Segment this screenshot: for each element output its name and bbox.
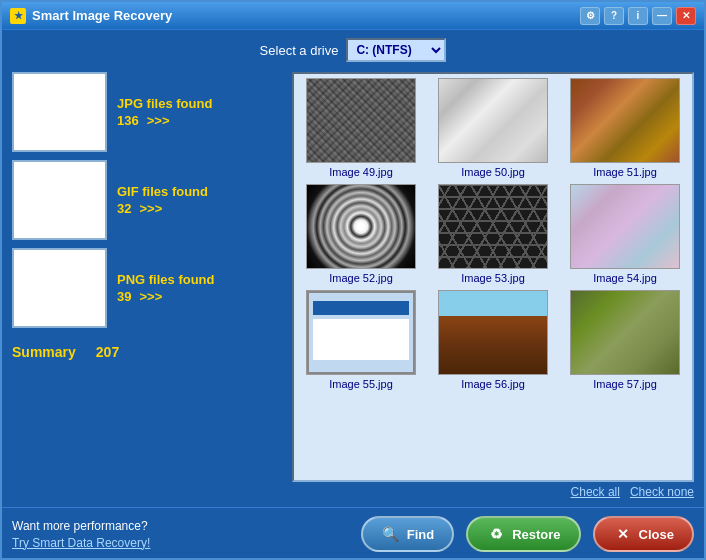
image-thumbnail[interactable] bbox=[570, 78, 680, 163]
titlebar: ★ Smart Image Recovery ⚙ ? i — ✕ bbox=[2, 2, 704, 30]
restore-button[interactable]: ♻ Restore bbox=[466, 516, 580, 552]
close-label: Close bbox=[639, 527, 674, 542]
image-thumbnail[interactable] bbox=[570, 184, 680, 269]
info-icon: i bbox=[637, 10, 640, 21]
find-label: Find bbox=[407, 527, 434, 542]
main-window: ★ Smart Image Recovery ⚙ ? i — ✕ Select … bbox=[0, 0, 706, 560]
image-thumbnail[interactable] bbox=[570, 290, 680, 375]
image-grid-container[interactable]: Image 49.jpg Image 50.jpg bbox=[292, 72, 694, 482]
bottom-bar: Want more performance? Try Smart Data Re… bbox=[2, 507, 704, 558]
thumbnail-preview bbox=[439, 79, 547, 162]
list-item: Image 55.jpg bbox=[298, 290, 424, 390]
check-none-link[interactable]: Check none bbox=[630, 485, 694, 499]
jpg-info: JPG files found 136 >>> bbox=[117, 96, 212, 128]
thumbnail-preview bbox=[571, 79, 679, 162]
thumbnail-preview bbox=[307, 291, 415, 374]
right-panel: Image 49.jpg Image 50.jpg bbox=[292, 72, 694, 499]
summary-count: 207 bbox=[96, 344, 119, 360]
thumbnail-preview bbox=[307, 185, 415, 268]
gif-arrow[interactable]: >>> bbox=[139, 201, 162, 216]
bottom-left: Want more performance? Try Smart Data Re… bbox=[12, 519, 150, 550]
thumbnail-preview bbox=[439, 185, 547, 268]
close-btn-icon: ✕ bbox=[613, 524, 633, 544]
image-thumbnail[interactable] bbox=[438, 184, 548, 269]
close-button[interactable]: ✕ Close bbox=[593, 516, 694, 552]
titlebar-left: ★ Smart Image Recovery bbox=[10, 8, 172, 24]
summary-row: Summary 207 bbox=[12, 344, 282, 360]
jpg-row: JPG files found 136 >>> bbox=[12, 72, 282, 152]
restore-label: Restore bbox=[512, 527, 560, 542]
drive-dropdown[interactable]: C: (NTFS) A: D: E: bbox=[346, 38, 446, 62]
info-button[interactable]: i bbox=[628, 7, 648, 25]
image-grid: Image 49.jpg Image 50.jpg bbox=[298, 78, 688, 390]
image-label: Image 53.jpg bbox=[461, 272, 525, 284]
gif-info: GIF files found 32 >>> bbox=[117, 184, 208, 216]
list-item: Image 56.jpg bbox=[430, 290, 556, 390]
drive-label: Select a drive bbox=[260, 43, 339, 58]
png-row: PNG files found 39 >>> bbox=[12, 248, 282, 328]
image-label: Image 54.jpg bbox=[593, 272, 657, 284]
help-button[interactable]: ? bbox=[604, 7, 624, 25]
titlebar-buttons: ⚙ ? i — ✕ bbox=[580, 7, 696, 25]
image-thumbnail[interactable] bbox=[438, 290, 548, 375]
image-thumbnail[interactable] bbox=[306, 184, 416, 269]
close-window-button[interactable]: ✕ bbox=[676, 7, 696, 25]
image-label: Image 51.jpg bbox=[593, 166, 657, 178]
promo-link[interactable]: Try Smart Data Recovery! bbox=[12, 536, 150, 550]
promo-text: Want more performance? bbox=[12, 519, 150, 533]
summary-label: Summary bbox=[12, 344, 76, 360]
thumbnail-preview bbox=[439, 291, 547, 374]
jpg-label: JPG files found bbox=[117, 96, 212, 111]
list-item: Image 52.jpg bbox=[298, 184, 424, 284]
drive-selector-row: Select a drive C: (NTFS) A: D: E: bbox=[12, 38, 694, 62]
list-item: Image 57.jpg bbox=[562, 290, 688, 390]
gif-row: GIF files found 32 >>> bbox=[12, 160, 282, 240]
gif-label: GIF files found bbox=[117, 184, 208, 199]
image-thumbnail[interactable] bbox=[306, 290, 416, 375]
gif-count: 32 bbox=[117, 201, 131, 216]
image-label: Image 57.jpg bbox=[593, 378, 657, 390]
list-item: Image 51.jpg bbox=[562, 78, 688, 178]
image-label: Image 55.jpg bbox=[329, 378, 393, 390]
jpg-arrow[interactable]: >>> bbox=[147, 113, 170, 128]
png-thumbnail[interactable] bbox=[12, 248, 107, 328]
image-label: Image 50.jpg bbox=[461, 166, 525, 178]
check-all-link[interactable]: Check all bbox=[571, 485, 620, 499]
restore-icon: ♻ bbox=[486, 524, 506, 544]
settings-icon: ⚙ bbox=[586, 10, 595, 21]
help-icon: ? bbox=[611, 10, 617, 21]
png-label: PNG files found bbox=[117, 272, 215, 287]
thumbnail-preview bbox=[571, 291, 679, 374]
close-icon: ✕ bbox=[682, 10, 690, 21]
image-label: Image 49.jpg bbox=[329, 166, 393, 178]
find-icon: 🔍 bbox=[381, 524, 401, 544]
thumbnail-preview bbox=[571, 185, 679, 268]
minimize-button[interactable]: — bbox=[652, 7, 672, 25]
image-thumbnail[interactable] bbox=[438, 78, 548, 163]
content-area: Select a drive C: (NTFS) A: D: E: JPG fi… bbox=[2, 30, 704, 507]
check-links-row: Check all Check none bbox=[292, 485, 694, 499]
jpg-count: 136 bbox=[117, 113, 139, 128]
list-item: Image 54.jpg bbox=[562, 184, 688, 284]
minimize-icon: — bbox=[657, 10, 667, 21]
app-icon: ★ bbox=[10, 8, 26, 24]
gif-thumbnail[interactable] bbox=[12, 160, 107, 240]
png-arrow[interactable]: >>> bbox=[139, 289, 162, 304]
left-panel: JPG files found 136 >>> GIF files found … bbox=[12, 72, 282, 499]
image-label: Image 52.jpg bbox=[329, 272, 393, 284]
list-item: Image 49.jpg bbox=[298, 78, 424, 178]
png-info: PNG files found 39 >>> bbox=[117, 272, 215, 304]
bottom-buttons: 🔍 Find ♻ Restore ✕ Close bbox=[361, 516, 694, 552]
find-button[interactable]: 🔍 Find bbox=[361, 516, 454, 552]
thumbnail-preview bbox=[307, 79, 415, 162]
jpg-thumbnail[interactable] bbox=[12, 72, 107, 152]
png-count: 39 bbox=[117, 289, 131, 304]
image-label: Image 56.jpg bbox=[461, 378, 525, 390]
settings-button[interactable]: ⚙ bbox=[580, 7, 600, 25]
main-area: JPG files found 136 >>> GIF files found … bbox=[12, 72, 694, 499]
image-thumbnail[interactable] bbox=[306, 78, 416, 163]
list-item: Image 50.jpg bbox=[430, 78, 556, 178]
window-title: Smart Image Recovery bbox=[32, 8, 172, 23]
list-item: Image 53.jpg bbox=[430, 184, 556, 284]
